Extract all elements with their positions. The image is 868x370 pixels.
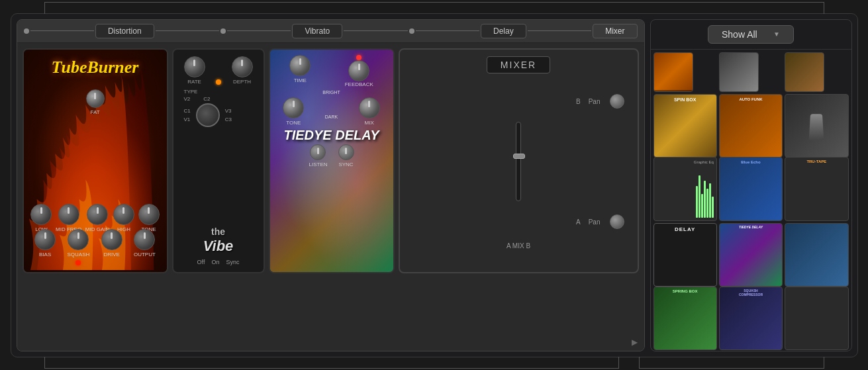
show-all-button[interactable]: Show All ▼ bbox=[708, 25, 794, 44]
time-knob-group: TIME bbox=[289, 55, 311, 87]
top-connector bbox=[44, 2, 824, 14]
type-label: TYPE bbox=[184, 89, 198, 95]
thumb-label: DELAY bbox=[654, 224, 716, 235]
sidebar-grid: SPIN BOX AUTO FUNK Graphic Eq bbox=[651, 50, 851, 351]
vibe-type-knob-row: C1 V1 V3 C3 bbox=[184, 103, 232, 127]
dark-label: DARK bbox=[325, 115, 338, 119]
midfreq-knob[interactable] bbox=[58, 204, 79, 225]
tubeburner-knobs-row2: BIAS SQUASH DRIVE OUTPUT bbox=[24, 229, 167, 265]
bias-knob[interactable] bbox=[34, 229, 56, 250]
list-item[interactable]: TIEDYE DELAY bbox=[719, 223, 783, 287]
eq-bar bbox=[712, 197, 714, 218]
depth-knob[interactable] bbox=[232, 56, 253, 77]
type-v3: V3 bbox=[225, 108, 232, 114]
list-item[interactable]: SQUASHCOMPRESSOR bbox=[719, 287, 783, 350]
type-values-row1: V2 C2 bbox=[184, 96, 211, 102]
a-pan-knob[interactable] bbox=[610, 214, 624, 229]
list-item[interactable] bbox=[785, 52, 824, 92]
time-label: TIME bbox=[294, 77, 307, 83]
low-knob[interactable] bbox=[30, 204, 52, 225]
chain-line-5 bbox=[416, 30, 479, 31]
list-item[interactable]: SPIN BOX bbox=[653, 94, 717, 158]
list-item[interactable]: TRU-TAPE bbox=[785, 157, 848, 220]
bottom-connector bbox=[44, 357, 619, 369]
thumb-label: SPRING BOX bbox=[654, 287, 716, 295]
listen-knob[interactable] bbox=[310, 144, 326, 160]
tab-mixer[interactable]: Mixer bbox=[593, 24, 637, 38]
type-v2: V2 bbox=[184, 96, 191, 102]
squash-label: SQUASH bbox=[67, 252, 89, 257]
tone-delay-label: TONE bbox=[286, 120, 301, 126]
tone-delay-knob[interactable] bbox=[283, 97, 304, 118]
vibe-off[interactable]: Off bbox=[197, 259, 205, 265]
squash-led bbox=[75, 260, 81, 265]
depth-label: DEPTH bbox=[233, 79, 251, 85]
eq-bar bbox=[704, 181, 706, 218]
list-item[interactable] bbox=[719, 52, 759, 92]
listen-label: LISTEN bbox=[309, 162, 327, 167]
output-knob[interactable] bbox=[134, 229, 155, 250]
list-item[interactable]: Graphic Eq bbox=[653, 157, 717, 220]
list-item[interactable] bbox=[785, 287, 848, 350]
output-knob-group: OUTPUT bbox=[134, 229, 156, 265]
tubeburner-title: TubeBurner bbox=[24, 58, 167, 77]
vibe-the: the bbox=[211, 226, 225, 237]
drive-knob[interactable] bbox=[101, 229, 122, 250]
list-item[interactable]: AUTO FUNK bbox=[719, 94, 783, 158]
fat-knob[interactable] bbox=[86, 89, 105, 108]
delay-led bbox=[356, 55, 362, 60]
fader-handle[interactable] bbox=[513, 154, 525, 159]
mixer-fader[interactable] bbox=[516, 122, 521, 201]
fat-knob-group: FAT bbox=[86, 89, 105, 115]
time-knob[interactable] bbox=[289, 55, 311, 76]
mixer-title: MIXER bbox=[487, 56, 550, 73]
midgain-knob[interactable] bbox=[87, 204, 108, 225]
pedal-silhouette bbox=[809, 114, 824, 140]
tab-delay[interactable]: Delay bbox=[481, 24, 526, 38]
squash-knob[interactable] bbox=[68, 229, 89, 250]
list-item[interactable]: DELAY bbox=[653, 223, 717, 287]
bottom-connector-right bbox=[639, 357, 824, 369]
list-item[interactable] bbox=[653, 52, 693, 92]
chain-line-2 bbox=[156, 30, 219, 31]
chain-dot-2 bbox=[220, 28, 226, 34]
chain-line-3 bbox=[227, 30, 291, 31]
tone-knob[interactable] bbox=[138, 204, 160, 225]
list-item[interactable]: SPRING BOX bbox=[653, 287, 717, 350]
b-pan-knob[interactable] bbox=[610, 94, 624, 109]
rate-knob[interactable] bbox=[184, 56, 205, 77]
chain-tabs: Distortion Vibrato Delay Mixer bbox=[24, 24, 638, 38]
mix-knob[interactable] bbox=[359, 97, 380, 118]
drive-knob-group: DRIVE bbox=[101, 229, 122, 265]
a-mix-b-label: A MIX B bbox=[506, 242, 530, 250]
high-knob[interactable] bbox=[113, 204, 134, 225]
chain-dot-3 bbox=[409, 28, 414, 34]
feedback-knob[interactable] bbox=[348, 60, 369, 81]
list-item[interactable] bbox=[785, 94, 848, 158]
list-item[interactable] bbox=[785, 223, 848, 287]
pedal-tiedye-delay: TIME FEEDBACK BRIGHT TONE DARK bbox=[269, 48, 395, 273]
squash-knob-group: SQUASH bbox=[67, 229, 89, 265]
vibe-led bbox=[216, 79, 221, 85]
tone-knob-group: TONE bbox=[138, 204, 160, 232]
sidebar-header: Show All ▼ bbox=[651, 20, 851, 50]
vibe-on[interactable]: On bbox=[211, 259, 219, 265]
high-knob-group: HIGH bbox=[113, 204, 134, 232]
a-pan-row: A Pan bbox=[407, 214, 631, 229]
thumb-label: Graphic Eq bbox=[694, 160, 714, 164]
type-knob[interactable] bbox=[196, 103, 220, 127]
sync-knob[interactable] bbox=[338, 144, 354, 160]
pedal-tubeburner: TubeBurner FAT LOW MID bbox=[23, 48, 168, 273]
midgain-knob-group: MID GAIN bbox=[85, 204, 109, 232]
delay-mid-knobs: TONE DARK MIX bbox=[275, 97, 388, 126]
midfreq-knob-group: MID FREQ bbox=[56, 204, 81, 232]
b-pan-row: B Pan bbox=[407, 94, 631, 109]
thumb-label: Blue Echo bbox=[720, 158, 782, 167]
show-all-label: Show All bbox=[722, 29, 757, 40]
tab-vibrato[interactable]: Vibrato bbox=[292, 24, 342, 38]
tab-distortion[interactable]: Distortion bbox=[95, 24, 154, 38]
list-item[interactable]: Blue Echo bbox=[719, 157, 783, 220]
a-label: A bbox=[576, 218, 581, 226]
type-left-vals: C1 V1 bbox=[184, 108, 191, 122]
vibe-sync[interactable]: Sync bbox=[226, 259, 239, 265]
